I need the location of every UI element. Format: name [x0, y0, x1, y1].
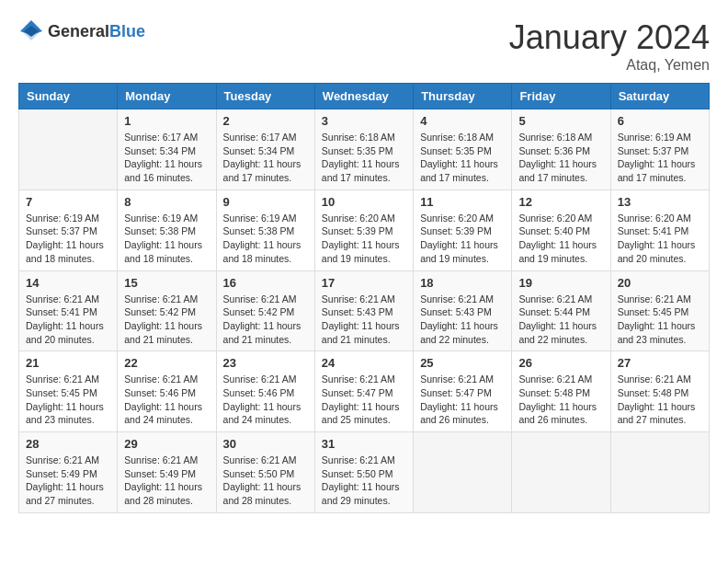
day-info: Sunrise: 6:21 AMSunset: 5:47 PMDaylight:…	[420, 373, 505, 427]
day-info: Sunrise: 6:21 AMSunset: 5:49 PMDaylight:…	[26, 454, 110, 508]
day-info: Sunrise: 6:21 AMSunset: 5:46 PMDaylight:…	[124, 373, 209, 427]
calendar-cell: 4Sunrise: 6:18 AMSunset: 5:35 PMDaylight…	[414, 109, 512, 190]
day-info: Sunrise: 6:19 AMSunset: 5:37 PMDaylight:…	[26, 212, 110, 266]
day-info: Sunrise: 6:21 AMSunset: 5:47 PMDaylight:…	[322, 373, 406, 427]
calendar-cell: 5Sunrise: 6:18 AMSunset: 5:36 PMDaylight…	[512, 109, 610, 190]
logo: GeneralBlue	[18, 18, 145, 44]
day-info: Sunrise: 6:21 AMSunset: 5:41 PMDaylight:…	[26, 293, 110, 347]
day-info: Sunrise: 6:21 AMSunset: 5:43 PMDaylight:…	[322, 293, 406, 347]
calendar-cell: 31Sunrise: 6:21 AMSunset: 5:50 PMDayligh…	[314, 432, 413, 513]
day-info: Sunrise: 6:20 AMSunset: 5:41 PMDaylight:…	[618, 212, 702, 266]
day-info: Sunrise: 6:17 AMSunset: 5:34 PMDaylight:…	[223, 131, 308, 185]
day-number: 12	[518, 195, 603, 209]
day-number: 21	[26, 356, 110, 370]
day-number: 3	[322, 114, 406, 128]
day-info: Sunrise: 6:19 AMSunset: 5:37 PMDaylight:…	[618, 131, 702, 185]
day-info: Sunrise: 6:21 AMSunset: 5:44 PMDaylight:…	[518, 293, 603, 347]
calendar-cell: 9Sunrise: 6:19 AMSunset: 5:38 PMDaylight…	[216, 190, 314, 270]
day-number: 28	[26, 437, 110, 451]
day-number: 11	[420, 195, 505, 209]
day-info: Sunrise: 6:18 AMSunset: 5:35 PMDaylight:…	[322, 131, 406, 185]
calendar-cell: 1Sunrise: 6:17 AMSunset: 5:34 PMDaylight…	[118, 109, 216, 190]
weekday-header-wednesday: Wednesday	[314, 84, 413, 109]
calendar-cell: 16Sunrise: 6:21 AMSunset: 5:42 PMDayligh…	[216, 270, 314, 351]
calendar-table: SundayMondayTuesdayWednesdayThursdayFrid…	[18, 83, 710, 513]
calendar-cell: 6Sunrise: 6:19 AMSunset: 5:37 PMDaylight…	[610, 109, 709, 190]
day-number: 17	[322, 276, 406, 290]
day-info: Sunrise: 6:21 AMSunset: 5:49 PMDaylight:…	[124, 454, 209, 508]
day-info: Sunrise: 6:20 AMSunset: 5:39 PMDaylight:…	[420, 212, 505, 266]
calendar-cell: 26Sunrise: 6:21 AMSunset: 5:48 PMDayligh…	[512, 351, 610, 432]
calendar-cell: 22Sunrise: 6:21 AMSunset: 5:46 PMDayligh…	[118, 351, 216, 432]
day-number: 14	[26, 276, 110, 290]
week-row-1: 1Sunrise: 6:17 AMSunset: 5:34 PMDaylight…	[19, 109, 710, 190]
page-header: GeneralBlue January 2024 Ataq, Yemen	[18, 18, 710, 74]
weekday-header-monday: Monday	[118, 84, 216, 109]
day-info: Sunrise: 6:21 AMSunset: 5:45 PMDaylight:…	[26, 373, 110, 427]
logo-icon	[18, 18, 44, 44]
day-info: Sunrise: 6:21 AMSunset: 5:50 PMDaylight:…	[322, 454, 406, 508]
calendar-cell: 14Sunrise: 6:21 AMSunset: 5:41 PMDayligh…	[19, 270, 118, 351]
week-row-2: 7Sunrise: 6:19 AMSunset: 5:37 PMDaylight…	[19, 190, 710, 270]
day-number: 6	[618, 114, 702, 128]
logo-text: GeneralBlue	[48, 22, 145, 41]
calendar-cell: 30Sunrise: 6:21 AMSunset: 5:50 PMDayligh…	[216, 432, 314, 513]
day-info: Sunrise: 6:21 AMSunset: 5:42 PMDaylight:…	[124, 293, 209, 347]
day-number: 15	[124, 276, 209, 290]
day-number: 16	[223, 276, 308, 290]
day-number: 10	[322, 195, 406, 209]
day-number: 24	[322, 356, 406, 370]
calendar-cell: 17Sunrise: 6:21 AMSunset: 5:43 PMDayligh…	[314, 270, 413, 351]
calendar-cell: 12Sunrise: 6:20 AMSunset: 5:40 PMDayligh…	[512, 190, 610, 270]
calendar-cell: 15Sunrise: 6:21 AMSunset: 5:42 PMDayligh…	[118, 270, 216, 351]
day-number: 27	[618, 356, 702, 370]
calendar-cell: 8Sunrise: 6:19 AMSunset: 5:38 PMDaylight…	[118, 190, 216, 270]
day-info: Sunrise: 6:21 AMSunset: 5:45 PMDaylight:…	[618, 293, 702, 347]
day-number: 23	[223, 356, 308, 370]
calendar-cell	[610, 432, 709, 513]
day-info: Sunrise: 6:21 AMSunset: 5:46 PMDaylight:…	[223, 373, 308, 427]
weekday-header-friday: Friday	[512, 84, 610, 109]
calendar-cell: 18Sunrise: 6:21 AMSunset: 5:43 PMDayligh…	[414, 270, 512, 351]
weekday-header-sunday: Sunday	[19, 84, 118, 109]
calendar-cell	[19, 109, 118, 190]
day-info: Sunrise: 6:21 AMSunset: 5:48 PMDaylight:…	[618, 373, 702, 427]
calendar-cell	[512, 432, 610, 513]
day-number: 18	[420, 276, 505, 290]
day-number: 5	[518, 114, 603, 128]
calendar-cell: 20Sunrise: 6:21 AMSunset: 5:45 PMDayligh…	[610, 270, 709, 351]
day-info: Sunrise: 6:17 AMSunset: 5:34 PMDaylight:…	[124, 131, 209, 185]
day-number: 7	[26, 195, 110, 209]
day-number: 1	[124, 114, 209, 128]
calendar-cell: 7Sunrise: 6:19 AMSunset: 5:37 PMDaylight…	[19, 190, 118, 270]
weekday-header-thursday: Thursday	[414, 84, 512, 109]
day-number: 19	[518, 276, 603, 290]
week-row-4: 21Sunrise: 6:21 AMSunset: 5:45 PMDayligh…	[19, 351, 710, 432]
week-row-5: 28Sunrise: 6:21 AMSunset: 5:49 PMDayligh…	[19, 432, 710, 513]
weekday-header-saturday: Saturday	[610, 84, 709, 109]
title-area: January 2024 Ataq, Yemen	[509, 18, 710, 74]
day-info: Sunrise: 6:18 AMSunset: 5:35 PMDaylight:…	[420, 131, 505, 185]
calendar-cell: 13Sunrise: 6:20 AMSunset: 5:41 PMDayligh…	[610, 190, 709, 270]
day-info: Sunrise: 6:21 AMSunset: 5:50 PMDaylight:…	[223, 454, 308, 508]
day-number: 4	[420, 114, 505, 128]
calendar-cell: 24Sunrise: 6:21 AMSunset: 5:47 PMDayligh…	[314, 351, 413, 432]
day-number: 8	[124, 195, 209, 209]
day-info: Sunrise: 6:21 AMSunset: 5:48 PMDaylight:…	[518, 373, 603, 427]
calendar-cell: 3Sunrise: 6:18 AMSunset: 5:35 PMDaylight…	[314, 109, 413, 190]
day-number: 30	[223, 437, 308, 451]
day-info: Sunrise: 6:20 AMSunset: 5:39 PMDaylight:…	[322, 212, 406, 266]
logo-general: General	[48, 22, 109, 40]
day-number: 13	[618, 195, 702, 209]
calendar-cell: 10Sunrise: 6:20 AMSunset: 5:39 PMDayligh…	[314, 190, 413, 270]
calendar-cell: 21Sunrise: 6:21 AMSunset: 5:45 PMDayligh…	[19, 351, 118, 432]
day-info: Sunrise: 6:21 AMSunset: 5:42 PMDaylight:…	[223, 293, 308, 347]
month-title: January 2024	[509, 18, 710, 57]
weekday-header-tuesday: Tuesday	[216, 84, 314, 109]
day-number: 20	[618, 276, 702, 290]
weekday-header-row: SundayMondayTuesdayWednesdayThursdayFrid…	[19, 84, 710, 109]
calendar-cell	[414, 432, 512, 513]
calendar-cell: 2Sunrise: 6:17 AMSunset: 5:34 PMDaylight…	[216, 109, 314, 190]
day-info: Sunrise: 6:19 AMSunset: 5:38 PMDaylight:…	[124, 212, 209, 266]
location: Ataq, Yemen	[509, 57, 710, 74]
